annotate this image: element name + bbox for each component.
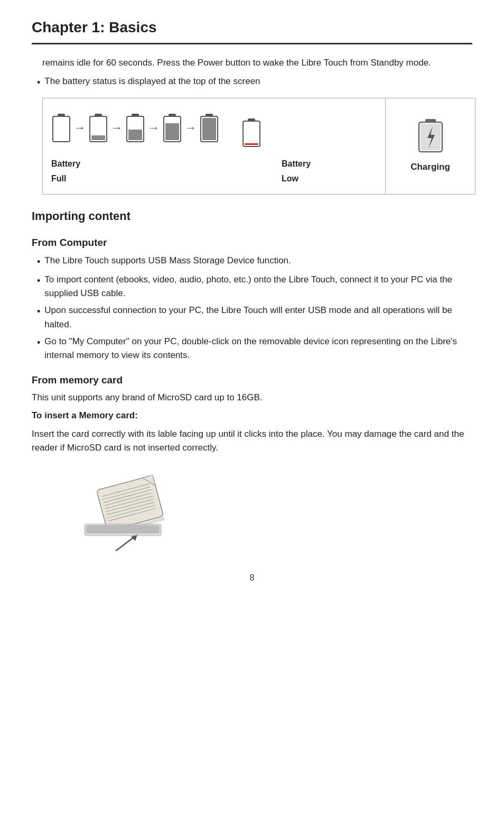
from-memory-text: This unit supports any brand of MicroSD … [32, 391, 472, 405]
bullet-item-0: • The Libre Touch supports USB Mass Stor… [37, 254, 472, 270]
bullet-text-3: Go to "My Computer" on your PC, double-c… [44, 335, 472, 363]
arrow-3: → [148, 119, 160, 137]
charging-label: Charging [410, 160, 450, 174]
intro-text: remains idle for 60 seconds. Press the P… [42, 56, 472, 70]
battery-left-section: → → → → [43, 98, 385, 195]
battery-status-text: The battery status is displayed at the t… [44, 75, 260, 88]
bullet-item-2: • Upon successful connection to your PC,… [37, 304, 472, 332]
from-memory-heading: From memory card [32, 372, 472, 388]
importing-content-heading: Importing content [32, 207, 472, 225]
page-number: 8 [32, 572, 472, 585]
memory-card-illustration [74, 466, 190, 556]
svg-rect-16 [245, 143, 258, 145]
svg-rect-4 [91, 135, 105, 140]
from-computer-heading: From Computer [32, 235, 472, 250]
arrow-1: → [74, 119, 86, 137]
bullet-dot: • [37, 76, 40, 90]
bullet-text-1: To import content (ebooks, video, audio,… [44, 273, 472, 301]
bullet-item-3: • Go to "My Computer" on your PC, double… [37, 335, 472, 363]
bullet-battery-status: • The battery status is displayed at the… [37, 75, 472, 90]
svg-rect-10 [165, 123, 179, 140]
battery-icon-4 [162, 113, 182, 143]
battery-full-label: Battery [51, 158, 282, 171]
battery-low-col [236, 108, 270, 148]
svg-rect-13 [202, 118, 216, 140]
svg-rect-36 [87, 526, 159, 533]
bullet-text-0: The Libre Touch supports USB Mass Storag… [44, 254, 291, 268]
battery-right-section: Charging [385, 98, 475, 195]
charging-battery-icon [417, 118, 444, 155]
bullet-dot-0: • [37, 255, 40, 270]
chapter-divider [32, 43, 472, 44]
svg-rect-1 [53, 116, 70, 142]
battery-low-label: Battery [282, 158, 366, 171]
bullet-item-1: • To import content (ebooks, video, audi… [37, 273, 472, 301]
battery-icon-5 [199, 113, 219, 143]
bullet-dot-1: • [37, 274, 40, 289]
insert-card-label-strong: To insert a Memory card: [32, 410, 138, 420]
svg-rect-15 [243, 121, 260, 146]
insert-card-text: Insert the card correctly with its lable… [32, 427, 472, 455]
bullet-dot-3: • [37, 336, 40, 351]
battery-icon-low [241, 117, 262, 148]
battery-diagram: → → → → [42, 98, 475, 195]
svg-rect-7 [128, 130, 142, 140]
bullet-dot-2: • [37, 305, 40, 319]
battery-low-label2: Low [282, 172, 366, 186]
bullet-text-2: Upon successful connection to your PC, t… [44, 304, 472, 332]
arrow-2: → [111, 119, 123, 137]
memory-card-svg [74, 466, 190, 556]
insert-card-label: To insert a Memory card: [32, 409, 472, 423]
battery-icon-3 [125, 113, 145, 143]
chapter-title: Chapter 1: Basics [32, 16, 472, 39]
battery-icon-1 [51, 113, 71, 143]
battery-icon-2 [88, 113, 108, 143]
battery-icons-row: → → → → [51, 108, 270, 148]
arrow-4: → [185, 119, 197, 137]
from-computer-bullets: • The Libre Touch supports USB Mass Stor… [32, 254, 472, 363]
battery-full-label2: Full [51, 172, 282, 186]
